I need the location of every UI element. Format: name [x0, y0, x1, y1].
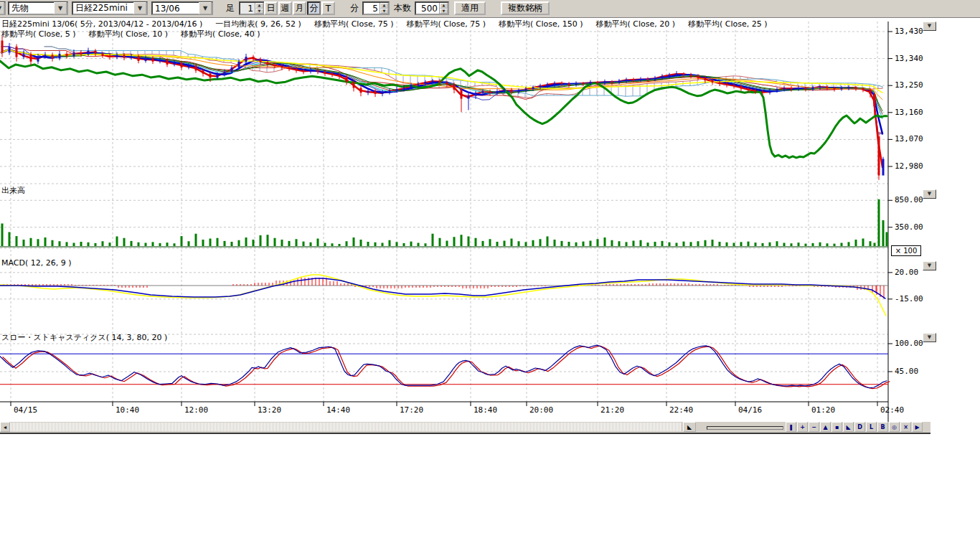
axis-label: 850.00 — [895, 195, 923, 204]
axis-label: 21:20 — [600, 405, 624, 415]
left-stub-combo[interactable]: ▼ — [0, 1, 6, 15]
volume-pane-label: 出来高 — [1, 185, 25, 196]
chart-tool-button-2[interactable]: − — [809, 422, 819, 432]
spinner-arrows-icon[interactable]: ▲▼ — [439, 3, 448, 14]
axis-label: 20:00 — [529, 405, 553, 415]
chart-tool-button-0[interactable]: ❚ — [786, 422, 796, 432]
legend-item: 移動平均( Close, 10 ) — [89, 29, 169, 39]
category-combo[interactable]: 先物 ▼ — [8, 1, 68, 15]
period-button-2[interactable]: 月 — [293, 1, 306, 15]
legend-item: 移動平均( Close, 20 ) — [596, 19, 676, 29]
chart-tool-button-9[interactable]: ◎ — [889, 422, 900, 432]
chevron-down-icon: ▼ — [928, 24, 931, 29]
axis-label: 02:40 — [880, 405, 904, 415]
axis-label: 13,340 — [895, 54, 923, 63]
legend-item: 移動平均( Close, 25 ) — [688, 19, 768, 29]
chart-tool-buttons: ❚+−▲▪◣DLB◎×▶ — [786, 422, 923, 432]
axis-label: 13,430 — [895, 27, 923, 36]
ashi-label: 足 — [226, 1, 235, 15]
chevron-down-icon: ▼ — [928, 192, 931, 197]
period-button-1[interactable]: 週 — [278, 1, 292, 15]
stochastics-pane-dropdown-button[interactable]: ▼ — [923, 333, 936, 342]
minute-label: 分 — [350, 1, 359, 15]
chevron-down-icon[interactable]: ▼ — [133, 2, 146, 14]
chart-tool-button-4[interactable]: ▪ — [831, 422, 842, 432]
bar-count-stepper[interactable]: 500 ▲▼ — [415, 1, 449, 15]
chart-tool-button-7[interactable]: L — [866, 422, 877, 432]
chevron-down-icon: ▼ — [928, 263, 931, 268]
zoom-slider[interactable] — [707, 426, 783, 430]
triangle-icon: ◣ — [687, 424, 692, 430]
symbol-combo[interactable]: 日経225mini ▼ — [72, 1, 148, 15]
period-button-3[interactable]: 分 — [307, 1, 321, 15]
legend-item: 移動平均( Close, 75 ) — [406, 19, 486, 29]
legend-item: 一目均衡表( 9, 26, 52 ) — [215, 19, 301, 29]
legend-row-2: 移動平均( Close, 5 )移動平均( Close, 10 )移動平均( C… — [1, 29, 273, 39]
chevron-down-icon[interactable]: ▼ — [199, 2, 212, 14]
axis-label: 04/15 — [14, 405, 37, 415]
axis-label: 20.00 — [895, 268, 918, 277]
horizontal-scrollbar: ◂ ◣ ❚+−▲▪◣DLB◎×▶ — [0, 422, 930, 433]
axis-label: 13,070 — [895, 134, 923, 143]
minute-stepper[interactable]: 5 ▲▼ — [362, 1, 390, 15]
spinner-arrows-icon[interactable]: ▲▼ — [380, 3, 388, 14]
price-pane-dropdown-button[interactable]: ▼ — [923, 22, 936, 31]
legend-item: 移動平均( Close, 40 ) — [181, 29, 260, 39]
scrollbar-thumb[interactable]: ◣ — [683, 422, 696, 432]
axis-label: 12:00 — [184, 405, 208, 415]
chart-tool-button-1[interactable]: + — [797, 422, 808, 432]
category-combo-value: 先物 — [9, 2, 54, 14]
symbol-combo-value: 日経225mini — [73, 2, 133, 14]
spinner-arrows-icon[interactable]: ▲▼ — [255, 3, 263, 14]
contract-month-combo[interactable]: 13/06 ▼ — [151, 1, 213, 15]
axis-label: 13:20 — [258, 405, 281, 415]
chart-tool-button-10[interactable]: × — [900, 422, 911, 432]
legend-item: 移動平均( Close, 150 ) — [499, 19, 583, 29]
axis-label: 22:40 — [669, 405, 693, 415]
axis-label: 14:40 — [326, 405, 350, 415]
legend-item: 移動平均( Close, 75 ) — [314, 19, 394, 29]
ashi-value: 1 — [240, 3, 255, 14]
axis-label: 17:20 — [400, 405, 423, 415]
legend-item: 移動平均( Close, 5 ) — [1, 29, 76, 39]
chart-tool-button-11[interactable]: ▶ — [912, 422, 923, 432]
macd-pane-label: MACD( 12, 26, 9 ) — [1, 258, 72, 268]
axis-label: 13,250 — [895, 80, 923, 90]
chart-tool-button-6[interactable]: D — [854, 422, 865, 432]
stochastics-pane-label: スロー・ストキャスティクス( 14, 3, 80, 20 ) — [1, 332, 167, 343]
arrow-left-icon: ◂ — [4, 424, 6, 430]
minute-value: 5 — [364, 3, 380, 14]
apply-button[interactable]: 適用 — [454, 1, 486, 15]
chart-tool-button-5[interactable]: ◣ — [843, 422, 854, 432]
window-bottom-border — [0, 433, 930, 434]
chevron-down-icon[interactable]: ▼ — [0, 2, 4, 14]
chart-canvas[interactable] — [0, 0, 980, 551]
period-button-4[interactable]: T — [321, 1, 335, 15]
ashi-stepper[interactable]: 1 ▲▼ — [239, 1, 265, 15]
chart-tool-button-3[interactable]: ▲ — [820, 422, 831, 432]
multi-symbol-button[interactable]: 複数銘柄 — [501, 1, 550, 15]
chevron-down-icon[interactable]: ▼ — [54, 2, 67, 14]
axis-label: 01:20 — [811, 405, 835, 415]
contract-month-combo-value: 13/06 — [153, 4, 199, 14]
volume-multiplier-badge: × 100 — [891, 245, 921, 256]
axis-label: 45.00 — [895, 367, 918, 376]
bar-count-label: 本数 — [394, 1, 411, 15]
volume-pane-dropdown-button[interactable]: ▼ — [923, 189, 936, 199]
chart-application-window: ▼ 先物 ▼ 日経225mini ▼ 13/06 ▼ 足 1 ▲▼ 日週月分T … — [0, 0, 980, 551]
bar-count-value: 500 — [416, 3, 439, 14]
axis-label: 10:40 — [116, 405, 139, 415]
macd-pane-dropdown-button[interactable]: ▼ — [923, 261, 936, 270]
legend-row-1: 日経225mini 13/06( 5分, 2013/04/12 - 2013/0… — [1, 19, 781, 29]
axis-label: 350.00 — [895, 222, 923, 232]
axis-label: 13,160 — [895, 108, 923, 117]
axis-label: 12,980 — [895, 161, 923, 171]
chart-tool-button-8[interactable]: B — [877, 422, 888, 432]
chevron-down-icon: ▼ — [928, 335, 931, 340]
legend-item: 日経225mini 13/06( 5分, 2013/04/12 - 2013/0… — [1, 19, 202, 29]
scrollbar-track[interactable] — [10, 423, 682, 431]
period-button-0[interactable]: 日 — [264, 1, 278, 15]
axis-label: 100.00 — [895, 339, 923, 348]
scroll-left-button[interactable]: ◂ — [0, 422, 10, 432]
toolbar: ▼ 先物 ▼ 日経225mini ▼ 13/06 ▼ 足 1 ▲▼ 日週月分T … — [0, 0, 980, 18]
